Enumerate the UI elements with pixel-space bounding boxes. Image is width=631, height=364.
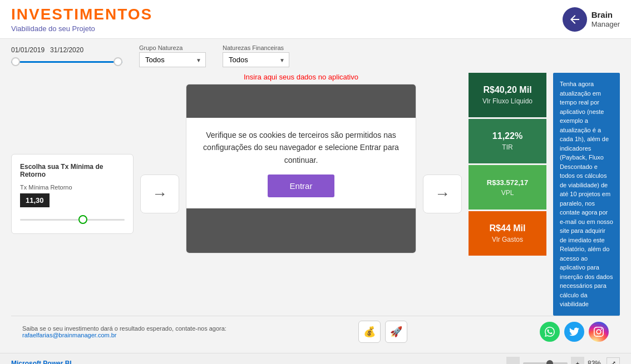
stat-fluxo-liquido: R$40,20 Mil Vlr Fluxo Líquido <box>469 73 546 117</box>
email-link[interactable]: rafaelfarias@brainmanager.com.br <box>22 332 117 338</box>
stat-fluxo-value: R$40,20 Mil <box>483 85 531 95</box>
tx-value: 11,30 <box>20 193 50 207</box>
app-subtitle: Viabilidade do seu Projeto <box>11 24 152 33</box>
zoom-plus-button[interactable]: + <box>571 357 584 365</box>
insert-label-colored: no aplicativo <box>318 73 358 81</box>
bottom-icons: 💰 🚀 <box>358 321 407 343</box>
center-panel: Insira aqui seus dados no aplicativo Ver… <box>186 73 416 316</box>
app-title: INVESTIMENTOS <box>11 6 152 23</box>
powerbi-right: - + 83% ⤢ <box>506 357 620 365</box>
left-panel: Escolha sua Tx Mínima de Retorno Tx Míni… <box>11 73 134 316</box>
brain-text: Brain <box>591 10 620 20</box>
brain-manager-icon <box>563 7 587 32</box>
stat-tir: 11,22% TIR <box>469 119 546 163</box>
instagram-icon[interactable] <box>589 322 609 342</box>
date-end: 31/12/2020 <box>50 46 83 54</box>
brain-manager-text: Brain Manager <box>591 10 620 29</box>
date-start: 01/01/2019 <box>11 46 45 54</box>
bottom-bar: Saiba se o seu investimento dará o resul… <box>11 316 620 347</box>
stat-vpl-label: VPL <box>501 189 514 197</box>
zoom-minus-button[interactable]: - <box>506 357 520 365</box>
manager-text: Manager <box>591 20 620 29</box>
tx-card-title: Escolha sua Tx Mínima de Retorno <box>20 163 125 178</box>
tx-slider[interactable] <box>20 214 125 225</box>
powerbi-link[interactable]: Microsoft Power BI <box>11 360 72 365</box>
tx-card: Escolha sua Tx Mínima de Retorno Tx Míni… <box>11 154 134 234</box>
nature-label: Naturezas Financeiras <box>223 44 289 51</box>
zoom-controls: - + 83% <box>506 357 601 365</box>
group-wrapper[interactable]: Todos ▼ <box>139 52 206 67</box>
date-range: 01/01/2019 31/12/2020 <box>11 46 122 67</box>
money-icon: 💰 <box>363 326 376 338</box>
tx-label: Tx Mínima Retorno <box>20 184 125 191</box>
rocket-icon-btn[interactable]: 🚀 <box>385 321 407 343</box>
phone-top <box>186 84 416 118</box>
content-row: Escolha sua Tx Mínima de Retorno Tx Míni… <box>11 73 620 316</box>
enter-button[interactable]: Entrar <box>268 174 335 197</box>
arrow-right-button[interactable]: → <box>423 174 462 213</box>
phone-bottom <box>186 208 416 253</box>
stat-gastos: R$44 Mil Vlr Gastos <box>469 211 546 256</box>
contact-info: Saiba se o seu investimento dará o resul… <box>22 325 226 338</box>
brain-manager-logo: Brain Manager <box>563 7 620 32</box>
stats-panel: R$40,20 Mil Vlr Fluxo Líquido 11,22% TIR… <box>469 73 546 316</box>
stat-gastos-value: R$44 Mil <box>490 223 526 233</box>
rocket-icon: 🚀 <box>390 326 402 338</box>
cookie-text: Verifique se os cookies de terceiros são… <box>198 129 405 166</box>
whatsapp-icon[interactable] <box>540 322 560 342</box>
money-icon-btn[interactable]: 💰 <box>358 321 381 343</box>
group-natureza-dropdown: Grupo Natureza Todos ▼ <box>139 44 206 67</box>
nature-wrapper[interactable]: Todos ▼ <box>223 52 289 67</box>
date-slider[interactable] <box>11 56 122 67</box>
naturezas-dropdown: Naturezas Financeiras Todos ▼ <box>223 44 289 67</box>
zoom-track <box>523 362 568 365</box>
zoom-percent: 83% <box>588 360 601 365</box>
insert-label-normal: Insira aqui seus dados <box>244 73 316 81</box>
stat-vpl: R$33.572,17 VPL <box>469 165 546 210</box>
arrow-left-button[interactable]: → <box>140 174 179 213</box>
group-select[interactable]: Todos <box>139 52 206 67</box>
stat-tir-label: TIR <box>502 143 512 151</box>
filters-row: 01/01/2019 31/12/2020 Grupo Natureza Tod… <box>11 44 620 67</box>
powerbi-bar: Microsoft Power BI - + 83% ⤢ <box>0 353 631 365</box>
info-panel: Tenha agora atualização em tempo real po… <box>553 73 620 316</box>
social-icons <box>540 322 609 342</box>
stat-fluxo-label: Vlr Fluxo Líquido <box>482 97 533 105</box>
info-text: Tenha agora atualização em tempo real po… <box>560 81 613 307</box>
stat-gastos-label: Vlr Gastos <box>492 236 523 243</box>
phone-mockup: Verifique se os cookies de terceiros são… <box>186 84 416 253</box>
group-label: Grupo Natureza <box>139 44 206 51</box>
phone-middle: Verifique se os cookies de terceiros são… <box>186 118 416 208</box>
contact-text: Saiba se o seu investimento dará o resul… <box>22 325 226 332</box>
twitter-icon[interactable] <box>564 322 584 342</box>
stat-tir-value: 11,22% <box>492 131 522 141</box>
zoom-thumb <box>546 360 553 365</box>
insert-label: Insira aqui seus dados no aplicativo <box>186 73 416 81</box>
fullscreen-button[interactable]: ⤢ <box>607 357 620 365</box>
stat-vpl-value: R$33.572,17 <box>487 178 528 187</box>
nature-select[interactable]: Todos <box>223 52 289 67</box>
